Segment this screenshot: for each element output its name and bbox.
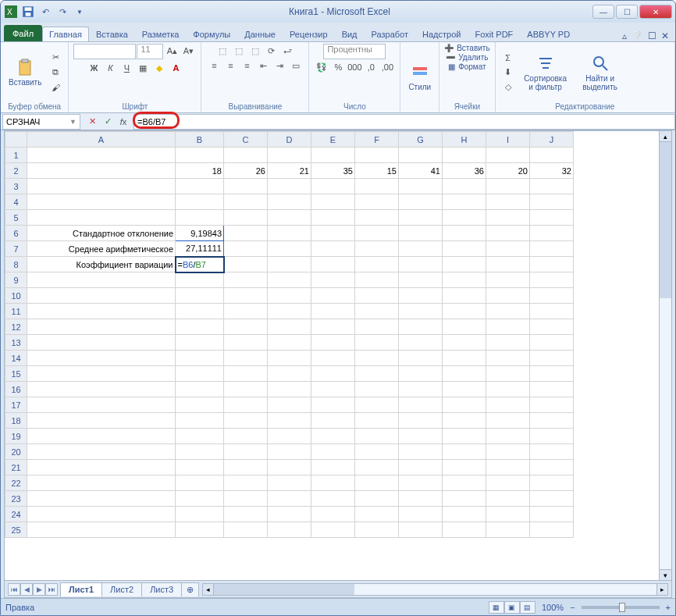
- cell-F13[interactable]: [355, 335, 399, 351]
- cell-H6[interactable]: [443, 226, 486, 241]
- cell-J21[interactable]: [530, 460, 574, 475]
- cell-J22[interactable]: [530, 475, 574, 491]
- cell-H14[interactable]: [443, 351, 486, 366]
- cell-I3[interactable]: [486, 179, 530, 194]
- scroll-down-icon[interactable]: ▾: [660, 569, 671, 580]
- align-center-icon[interactable]: ≡: [222, 59, 238, 73]
- comma-icon[interactable]: 000: [347, 60, 362, 74]
- cell-B12[interactable]: [176, 319, 224, 335]
- cell-C9[interactable]: [224, 272, 268, 288]
- cell-D21[interactable]: [268, 460, 311, 475]
- cell-F17[interactable]: [355, 397, 399, 413]
- cell-E5[interactable]: [311, 210, 355, 226]
- row-header-9[interactable]: 9: [5, 272, 27, 288]
- cell-B9[interactable]: [176, 272, 224, 288]
- italic-icon[interactable]: К: [102, 61, 118, 75]
- number-format-combo[interactable]: Процентны: [323, 44, 386, 59]
- cell-E25[interactable]: [311, 522, 355, 538]
- cell-G22[interactable]: [399, 475, 443, 491]
- undo-icon[interactable]: ↶: [38, 5, 52, 19]
- cell-E20[interactable]: [311, 444, 355, 460]
- cell-I10[interactable]: [486, 288, 530, 304]
- cell-C21[interactable]: [224, 460, 268, 475]
- cell-B8[interactable]: =B6/B7: [176, 257, 224, 272]
- cell-F14[interactable]: [355, 351, 399, 366]
- cell-H4[interactable]: [443, 194, 486, 210]
- align-bottom-icon[interactable]: ⬚: [247, 44, 263, 58]
- row-header-7[interactable]: 7: [5, 241, 27, 257]
- cell-A4[interactable]: [27, 194, 176, 210]
- cell-G16[interactable]: [399, 382, 443, 397]
- paste-button[interactable]: Вставить: [5, 56, 44, 88]
- cell-C17[interactable]: [224, 397, 268, 413]
- tab-formulas[interactable]: Формулы: [186, 27, 237, 41]
- cell-D16[interactable]: [268, 382, 311, 397]
- wrap-text-icon[interactable]: ⮐: [280, 44, 296, 58]
- cell-D9[interactable]: [268, 272, 311, 288]
- cell-G14[interactable]: [399, 351, 443, 366]
- cell-G13[interactable]: [399, 335, 443, 351]
- cell-J9[interactable]: [530, 272, 574, 288]
- row-header-12[interactable]: 12: [5, 319, 27, 335]
- cell-B10[interactable]: [176, 288, 224, 304]
- cell-D20[interactable]: [268, 444, 311, 460]
- cell-A2[interactable]: [27, 163, 176, 179]
- ribbon-minimize-icon[interactable]: ▵: [622, 30, 627, 41]
- cell-G3[interactable]: [399, 179, 443, 194]
- cell-H8[interactable]: [443, 257, 486, 272]
- cell-D22[interactable]: [268, 475, 311, 491]
- align-top-icon[interactable]: ⬚: [215, 44, 230, 58]
- doc-restore-icon[interactable]: ☐: [648, 30, 656, 41]
- tab-home[interactable]: Главная: [42, 27, 89, 41]
- cell-J15[interactable]: [530, 366, 574, 382]
- cell-A16[interactable]: [27, 382, 176, 397]
- cell-B22[interactable]: [176, 475, 224, 491]
- cell-E11[interactable]: [311, 304, 355, 319]
- sheet-tab-0[interactable]: Лист1: [60, 582, 102, 596]
- row-header-13[interactable]: 13: [5, 335, 27, 351]
- row-header-22[interactable]: 22: [5, 475, 27, 491]
- col-header-F[interactable]: F: [355, 132, 399, 148]
- cell-E9[interactable]: [311, 272, 355, 288]
- cell-I12[interactable]: [486, 319, 530, 335]
- cell-F15[interactable]: [355, 366, 399, 382]
- cell-H24[interactable]: [443, 507, 486, 522]
- cell-C1[interactable]: [224, 148, 268, 163]
- tab-file[interactable]: Файл: [4, 25, 42, 41]
- cell-G17[interactable]: [399, 397, 443, 413]
- cell-I8[interactable]: [486, 257, 530, 272]
- cell-F11[interactable]: [355, 304, 399, 319]
- cell-G24[interactable]: [399, 507, 443, 522]
- cell-J14[interactable]: [530, 351, 574, 366]
- sheet-tab-1[interactable]: Лист2: [101, 582, 142, 596]
- autosum-icon[interactable]: Σ: [500, 51, 516, 65]
- cell-B5[interactable]: [176, 210, 224, 226]
- cell-F20[interactable]: [355, 444, 399, 460]
- scroll-up-icon[interactable]: ▴: [660, 131, 671, 142]
- cell-B23[interactable]: [176, 491, 224, 507]
- tab-nav-last-icon[interactable]: ⏭: [45, 583, 58, 596]
- cell-D11[interactable]: [268, 304, 311, 319]
- cell-H12[interactable]: [443, 319, 486, 335]
- cell-E22[interactable]: [311, 475, 355, 491]
- cell-F2[interactable]: 15: [355, 163, 399, 179]
- currency-icon[interactable]: 💱: [314, 60, 329, 74]
- cell-E10[interactable]: [311, 288, 355, 304]
- cell-E7[interactable]: [311, 241, 355, 257]
- cell-D19[interactable]: [268, 429, 311, 444]
- cell-A21[interactable]: [27, 460, 176, 475]
- cell-J13[interactable]: [530, 335, 574, 351]
- cell-H9[interactable]: [443, 272, 486, 288]
- cell-D13[interactable]: [268, 335, 311, 351]
- cell-B13[interactable]: [176, 335, 224, 351]
- cell-B18[interactable]: [176, 413, 224, 429]
- cell-A22[interactable]: [27, 475, 176, 491]
- cell-C5[interactable]: [224, 210, 268, 226]
- row-header-25[interactable]: 25: [5, 522, 27, 538]
- cell-E23[interactable]: [311, 491, 355, 507]
- tab-foxit[interactable]: Foxit PDF: [468, 27, 520, 41]
- cell-D3[interactable]: [268, 179, 311, 194]
- cell-A15[interactable]: [27, 366, 176, 382]
- cell-B14[interactable]: [176, 351, 224, 366]
- cell-A25[interactable]: [27, 522, 176, 538]
